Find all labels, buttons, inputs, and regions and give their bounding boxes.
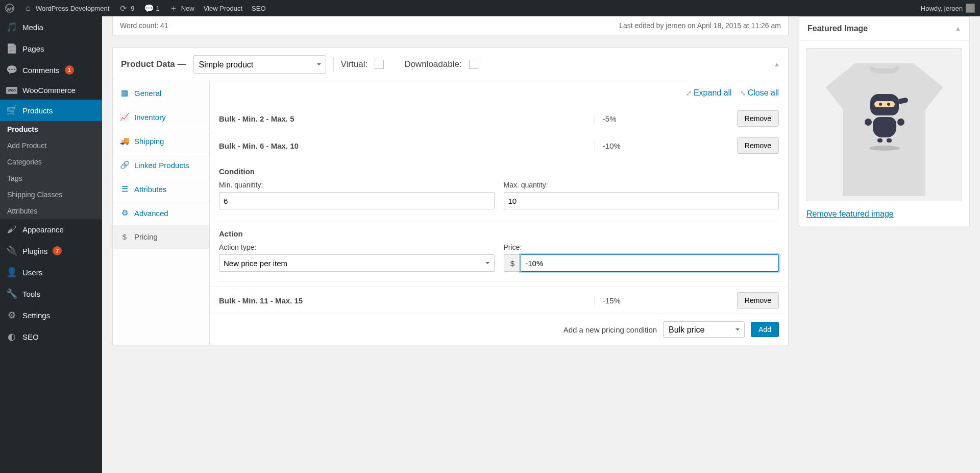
add-button[interactable]: Add xyxy=(751,322,779,337)
editor-status-bar: Word count: 41 Last edited by jeroen on … xyxy=(112,16,789,35)
menu-seo[interactable]: ◐SEO xyxy=(0,326,102,347)
tab-inventory[interactable]: 📈Inventory xyxy=(113,105,209,129)
currency-prefix: $ xyxy=(504,254,521,272)
site-name: WordPress Development xyxy=(36,5,109,12)
last-edited: Last edited by jeroen on April 18, 2015 … xyxy=(619,21,781,30)
menu-settings[interactable]: ⚙Settings xyxy=(0,304,102,326)
admin-bar: ⌂WordPress Development ⟳9 💬1 ＋New View P… xyxy=(0,0,980,16)
submenu-tags[interactable]: Tags xyxy=(0,170,102,186)
avatar xyxy=(966,4,975,13)
woo-icon: woo xyxy=(6,87,17,94)
truck-icon: 🚚 xyxy=(120,136,129,146)
remove-button[interactable]: Remove xyxy=(737,110,779,127)
remove-button[interactable]: Remove xyxy=(737,292,779,309)
comments-link[interactable]: 💬1 xyxy=(144,0,160,16)
product-data-tabs: ▦General 📈Inventory 🚚Shipping 🔗Linked Pr… xyxy=(113,81,210,345)
product-type-select[interactable]: Simple product xyxy=(193,55,326,74)
action-heading: Action xyxy=(210,221,788,241)
menu-media[interactable]: 🎵Media xyxy=(0,16,102,38)
howdy-link[interactable]: Howdy, jeroen xyxy=(921,0,975,16)
panel-toggle-icon[interactable]: ▲ xyxy=(774,61,780,68)
tab-advanced[interactable]: ⚙Advanced xyxy=(113,201,209,225)
user-icon: 👤 xyxy=(6,267,17,278)
min-qty-label: Min. quanitity: xyxy=(219,181,495,189)
wrench-icon: 🔧 xyxy=(6,288,17,299)
rule-discount: -10% xyxy=(594,141,727,150)
downloadable-label: Downloadable: xyxy=(404,59,461,69)
rule-discount: -5% xyxy=(594,114,727,123)
tab-linked-products[interactable]: 🔗Linked Products xyxy=(113,153,209,177)
menu-woocommerce[interactable]: wooWooCommerce xyxy=(0,81,102,100)
tab-attributes[interactable]: ☰Attributes xyxy=(113,177,209,201)
menu-comments[interactable]: 💬Comments1 xyxy=(0,59,102,81)
menu-users[interactable]: 👤Users xyxy=(0,262,102,283)
close-all-link[interactable]: ⤡Close all xyxy=(740,88,779,98)
plus-icon: ＋ xyxy=(169,3,178,14)
virtual-checkbox[interactable] xyxy=(375,60,384,69)
sliders-icon: ⚙ xyxy=(6,310,17,321)
featured-image-title: Featured Image xyxy=(807,24,868,33)
remove-button[interactable]: Remove xyxy=(737,137,779,154)
wp-logo-icon[interactable] xyxy=(5,0,14,16)
max-qty-label: Max. quantity: xyxy=(504,181,779,189)
word-count: Word count: 41 xyxy=(120,21,168,30)
virtual-label: Virtual: xyxy=(341,59,368,69)
featured-image-box: Featured Image ▲ xyxy=(799,16,970,226)
brush-icon: 🖌 xyxy=(6,224,17,235)
rule-discount: -15% xyxy=(594,296,727,305)
view-product-link[interactable]: View Product xyxy=(204,0,242,16)
condition-heading: Condition xyxy=(210,159,788,179)
submenu-shipping-classes[interactable]: Shipping Classes xyxy=(0,186,102,203)
menu-pages[interactable]: 📄Pages xyxy=(0,38,102,59)
add-condition-select[interactable]: Bulk price xyxy=(663,321,745,338)
seo-link[interactable]: SEO xyxy=(252,0,265,16)
collapse-icon: ⤡ xyxy=(740,89,746,97)
tab-shipping[interactable]: 🚚Shipping xyxy=(113,129,209,153)
submenu-categories[interactable]: Categories xyxy=(0,154,102,170)
panel-toggle-icon[interactable]: ▲ xyxy=(955,25,961,32)
menu-plugins[interactable]: 🔌Plugins7 xyxy=(0,240,102,262)
tab-pricing[interactable]: $Pricing xyxy=(113,225,209,249)
submenu-products[interactable]: Products xyxy=(0,121,102,137)
chart-icon: 📈 xyxy=(120,112,129,122)
action-type-label: Action type: xyxy=(219,243,495,251)
rule-label: Bulk - Min. 6 - Max. 10 xyxy=(219,141,584,150)
updates-link[interactable]: ⟳9 xyxy=(118,0,134,16)
featured-image-preview[interactable] xyxy=(806,48,962,201)
pricing-row: Bulk - Min. 6 - Max. 10 -10% Remove xyxy=(210,132,788,159)
new-link[interactable]: ＋New xyxy=(169,0,194,16)
product-data-title: Product Data — xyxy=(121,59,186,69)
price-label: Price: xyxy=(504,243,779,251)
comments-badge: 1 xyxy=(65,65,74,75)
comments-icon: 💬 xyxy=(6,64,17,76)
min-qty-input[interactable] xyxy=(219,192,495,209)
gear-icon: ⚙ xyxy=(120,208,129,218)
plugins-badge: 7 xyxy=(53,246,62,255)
max-qty-input[interactable] xyxy=(504,192,779,209)
refresh-icon: ⟳ xyxy=(118,4,128,13)
rule-label: Bulk - Min. 11 - Max. 15 xyxy=(219,296,584,305)
expand-all-link[interactable]: ⤢Expand all xyxy=(686,88,732,98)
submenu-attributes[interactable]: Attributes xyxy=(0,203,102,219)
seo-icon: ◐ xyxy=(6,331,17,342)
cart-icon: 🛒 xyxy=(6,105,17,116)
downloadable-checkbox[interactable] xyxy=(469,60,478,69)
rule-label: Bulk - Min. 2 - Max. 5 xyxy=(219,114,584,123)
menu-appearance[interactable]: 🖌Appearance xyxy=(0,219,102,240)
admin-sidebar: 🎵Media 📄Pages 💬Comments1 wooWooCommerce … xyxy=(0,16,102,356)
menu-tools[interactable]: 🔧Tools xyxy=(0,283,102,304)
submenu-add-product[interactable]: Add Product xyxy=(0,137,102,154)
add-condition-label: Add a new pricing condition xyxy=(564,325,657,334)
pages-icon: 📄 xyxy=(6,43,17,54)
list-icon: ☰ xyxy=(120,184,129,194)
remove-featured-image-link[interactable]: Remove featured image xyxy=(806,209,894,219)
price-input[interactable] xyxy=(521,254,779,272)
comment-icon: 💬 xyxy=(144,4,153,13)
grid-icon: ▦ xyxy=(120,88,129,98)
pricing-row: Bulk - Min. 11 - Max. 15 -15% Remove xyxy=(210,287,788,314)
action-type-select[interactable]: New price per item xyxy=(219,254,495,272)
tab-general[interactable]: ▦General xyxy=(113,81,209,105)
pricing-row: Bulk - Min. 2 - Max. 5 -5% Remove xyxy=(210,105,788,132)
menu-products[interactable]: 🛒Products xyxy=(0,100,102,121)
site-link[interactable]: ⌂WordPress Development xyxy=(23,0,109,16)
